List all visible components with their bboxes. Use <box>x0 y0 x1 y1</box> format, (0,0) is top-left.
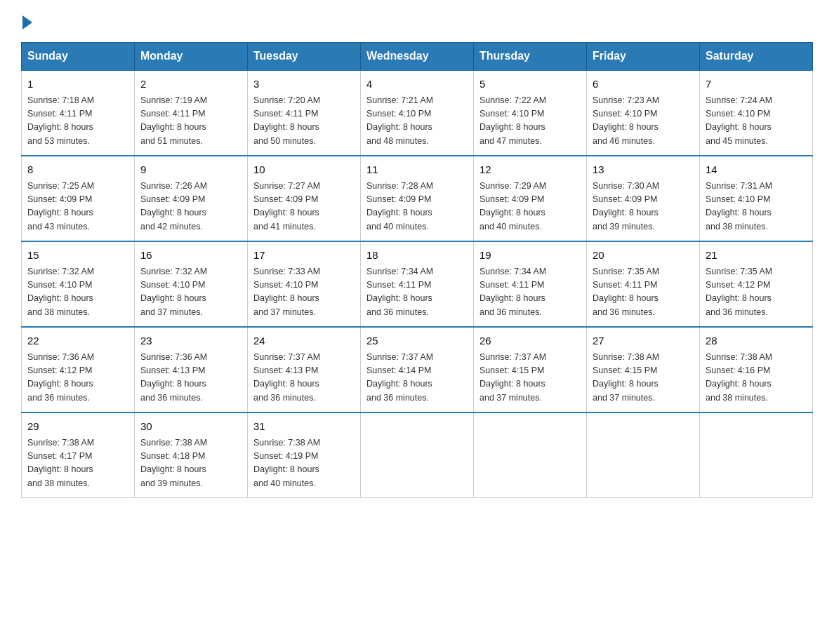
day-number: 20 <box>593 248 694 264</box>
day-cell: 11Sunrise: 7:28 AMSunset: 4:09 PMDayligh… <box>361 156 474 241</box>
day-info: Sunrise: 7:37 AMSunset: 4:14 PMDaylight:… <box>366 351 468 405</box>
day-cell <box>474 412 587 498</box>
day-cell: 6Sunrise: 7:23 AMSunset: 4:10 PMDaylight… <box>587 70 700 156</box>
day-info: Sunrise: 7:36 AMSunset: 4:12 PMDaylight:… <box>27 351 128 405</box>
calendar-table: SundayMondayTuesdayWednesdayThursdayFrid… <box>21 42 813 498</box>
day-info: Sunrise: 7:22 AMSunset: 4:10 PMDaylight:… <box>479 94 581 149</box>
day-number: 25 <box>366 333 468 349</box>
day-cell: 9Sunrise: 7:26 AMSunset: 4:09 PMDaylight… <box>135 156 248 241</box>
day-number: 21 <box>706 248 807 264</box>
day-cell <box>361 412 474 498</box>
logo-triangle-icon <box>22 15 32 29</box>
calendar-header-row: SundayMondayTuesdayWednesdayThursdayFrid… <box>22 43 813 71</box>
day-info: Sunrise: 7:36 AMSunset: 4:13 PMDaylight:… <box>140 351 241 405</box>
day-cell: 15Sunrise: 7:32 AMSunset: 4:10 PMDayligh… <box>22 241 135 327</box>
day-cell: 17Sunrise: 7:33 AMSunset: 4:10 PMDayligh… <box>248 241 361 327</box>
day-number: 31 <box>253 419 355 435</box>
day-info: Sunrise: 7:25 AMSunset: 4:09 PMDaylight:… <box>27 180 128 234</box>
day-info: Sunrise: 7:38 AMSunset: 4:16 PMDaylight:… <box>706 351 807 405</box>
day-cell: 7Sunrise: 7:24 AMSunset: 4:10 PMDaylight… <box>700 70 813 156</box>
day-number: 3 <box>253 76 355 93</box>
day-info: Sunrise: 7:38 AMSunset: 4:15 PMDaylight:… <box>593 351 694 405</box>
day-info: Sunrise: 7:32 AMSunset: 4:10 PMDaylight:… <box>140 265 241 320</box>
day-cell: 29Sunrise: 7:38 AMSunset: 4:17 PMDayligh… <box>22 412 135 498</box>
logo <box>21 14 32 29</box>
day-info: Sunrise: 7:21 AMSunset: 4:10 PMDaylight:… <box>366 94 468 149</box>
day-cell: 5Sunrise: 7:22 AMSunset: 4:10 PMDaylight… <box>474 70 587 156</box>
day-number: 26 <box>479 333 581 349</box>
day-cell: 14Sunrise: 7:31 AMSunset: 4:10 PMDayligh… <box>700 156 813 241</box>
day-cell <box>587 412 700 498</box>
column-header-tuesday: Tuesday <box>248 43 361 71</box>
day-info: Sunrise: 7:24 AMSunset: 4:10 PMDaylight:… <box>706 94 807 149</box>
logo-top <box>21 14 32 29</box>
week-row-2: 8Sunrise: 7:25 AMSunset: 4:09 PMDaylight… <box>22 156 813 241</box>
day-number: 13 <box>593 162 694 178</box>
day-info: Sunrise: 7:23 AMSunset: 4:10 PMDaylight:… <box>593 94 694 149</box>
column-header-monday: Monday <box>135 43 248 71</box>
day-cell: 12Sunrise: 7:29 AMSunset: 4:09 PMDayligh… <box>474 156 587 241</box>
day-number: 18 <box>366 248 468 264</box>
day-info: Sunrise: 7:19 AMSunset: 4:11 PMDaylight:… <box>140 94 241 149</box>
day-cell: 8Sunrise: 7:25 AMSunset: 4:09 PMDaylight… <box>22 156 135 241</box>
day-number: 17 <box>253 248 355 264</box>
day-cell: 30Sunrise: 7:38 AMSunset: 4:18 PMDayligh… <box>135 412 248 498</box>
day-number: 4 <box>366 76 468 93</box>
day-info: Sunrise: 7:38 AMSunset: 4:18 PMDaylight:… <box>140 436 241 491</box>
day-cell: 24Sunrise: 7:37 AMSunset: 4:13 PMDayligh… <box>248 327 361 412</box>
week-row-1: 1Sunrise: 7:18 AMSunset: 4:11 PMDaylight… <box>22 70 813 156</box>
day-cell: 26Sunrise: 7:37 AMSunset: 4:15 PMDayligh… <box>474 327 587 412</box>
column-header-saturday: Saturday <box>700 43 813 71</box>
day-info: Sunrise: 7:34 AMSunset: 4:11 PMDaylight:… <box>479 265 581 320</box>
day-cell: 20Sunrise: 7:35 AMSunset: 4:11 PMDayligh… <box>587 241 700 327</box>
day-number: 24 <box>253 333 355 349</box>
column-header-wednesday: Wednesday <box>361 43 474 71</box>
day-cell: 23Sunrise: 7:36 AMSunset: 4:13 PMDayligh… <box>135 327 248 412</box>
day-number: 28 <box>706 333 807 349</box>
day-info: Sunrise: 7:28 AMSunset: 4:09 PMDaylight:… <box>366 180 468 234</box>
day-info: Sunrise: 7:37 AMSunset: 4:15 PMDaylight:… <box>479 351 581 405</box>
page-header <box>21 14 813 29</box>
day-cell: 18Sunrise: 7:34 AMSunset: 4:11 PMDayligh… <box>361 241 474 327</box>
day-number: 16 <box>140 248 241 264</box>
day-number: 23 <box>140 333 241 349</box>
day-number: 11 <box>366 162 468 178</box>
column-header-sunday: Sunday <box>22 43 135 71</box>
day-cell: 28Sunrise: 7:38 AMSunset: 4:16 PMDayligh… <box>700 327 813 412</box>
day-cell: 27Sunrise: 7:38 AMSunset: 4:15 PMDayligh… <box>587 327 700 412</box>
day-number: 5 <box>479 76 581 93</box>
day-number: 10 <box>253 162 355 178</box>
day-number: 6 <box>593 76 694 93</box>
day-number: 12 <box>479 162 581 178</box>
day-info: Sunrise: 7:35 AMSunset: 4:12 PMDaylight:… <box>706 265 807 320</box>
column-header-friday: Friday <box>587 43 700 71</box>
day-number: 1 <box>27 76 128 93</box>
day-cell: 1Sunrise: 7:18 AMSunset: 4:11 PMDaylight… <box>22 70 135 156</box>
day-info: Sunrise: 7:26 AMSunset: 4:09 PMDaylight:… <box>140 180 241 234</box>
day-info: Sunrise: 7:29 AMSunset: 4:09 PMDaylight:… <box>479 180 581 234</box>
day-info: Sunrise: 7:38 AMSunset: 4:17 PMDaylight:… <box>27 436 128 491</box>
day-cell: 10Sunrise: 7:27 AMSunset: 4:09 PMDayligh… <box>248 156 361 241</box>
day-cell: 4Sunrise: 7:21 AMSunset: 4:10 PMDaylight… <box>361 70 474 156</box>
day-number: 22 <box>27 333 128 349</box>
day-number: 15 <box>27 248 128 264</box>
day-cell: 3Sunrise: 7:20 AMSunset: 4:11 PMDaylight… <box>248 70 361 156</box>
day-cell: 31Sunrise: 7:38 AMSunset: 4:19 PMDayligh… <box>248 412 361 498</box>
day-number: 30 <box>140 419 241 435</box>
day-info: Sunrise: 7:35 AMSunset: 4:11 PMDaylight:… <box>593 265 694 320</box>
day-cell: 21Sunrise: 7:35 AMSunset: 4:12 PMDayligh… <box>700 241 813 327</box>
day-cell: 22Sunrise: 7:36 AMSunset: 4:12 PMDayligh… <box>22 327 135 412</box>
day-info: Sunrise: 7:18 AMSunset: 4:11 PMDaylight:… <box>27 94 128 149</box>
day-info: Sunrise: 7:37 AMSunset: 4:13 PMDaylight:… <box>253 351 355 405</box>
day-cell: 19Sunrise: 7:34 AMSunset: 4:11 PMDayligh… <box>474 241 587 327</box>
week-row-4: 22Sunrise: 7:36 AMSunset: 4:12 PMDayligh… <box>22 327 813 412</box>
day-cell: 13Sunrise: 7:30 AMSunset: 4:09 PMDayligh… <box>587 156 700 241</box>
day-number: 2 <box>140 76 241 93</box>
day-number: 29 <box>27 419 128 435</box>
day-info: Sunrise: 7:31 AMSunset: 4:10 PMDaylight:… <box>706 180 807 234</box>
day-info: Sunrise: 7:34 AMSunset: 4:11 PMDaylight:… <box>366 265 468 320</box>
day-info: Sunrise: 7:20 AMSunset: 4:11 PMDaylight:… <box>253 94 355 149</box>
week-row-3: 15Sunrise: 7:32 AMSunset: 4:10 PMDayligh… <box>22 241 813 327</box>
column-header-thursday: Thursday <box>474 43 587 71</box>
day-number: 7 <box>706 76 807 93</box>
